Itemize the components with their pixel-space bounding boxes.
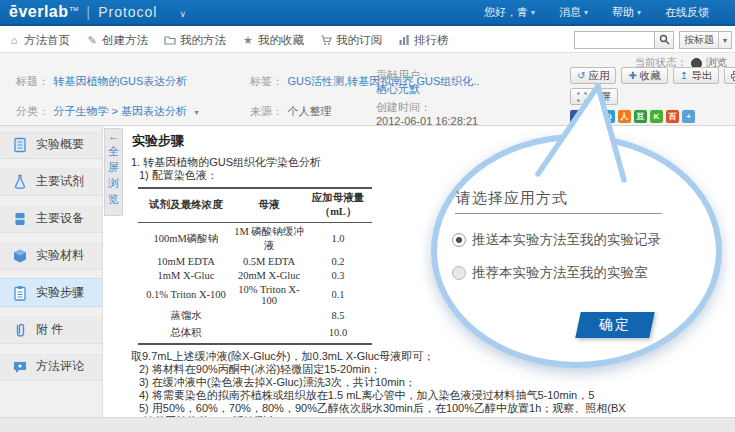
radio-selected-icon[interactable] <box>452 233 466 247</box>
option-label: 推荐本实验方法至我的实验室 <box>472 264 648 282</box>
confirm-button[interactable]: 确定 <box>575 312 655 338</box>
option-recommend-to-lab[interactable]: 推荐本实验方法至我的实验室 <box>452 264 648 282</box>
apply-mode-dialog: 请选择应用方式 推送本实验方法至我的实验记录 推荐本实验方法至我的实验室 确定 <box>0 0 735 432</box>
dialog-title: 请选择应用方式 <box>456 189 568 208</box>
confirm-label: 确定 <box>599 316 631 334</box>
radio-unselected-icon[interactable] <box>452 266 466 280</box>
option-label: 推送本实验方法至我的实验记录 <box>472 231 661 249</box>
page: ēverlab TM | Protocol ∨ 您好，青 ▾ 消息 ▾ 帮助 ▾… <box>0 0 735 432</box>
dialog-divider <box>455 213 662 214</box>
option-push-to-records[interactable]: 推送本实验方法至我的实验记录 <box>452 231 661 249</box>
